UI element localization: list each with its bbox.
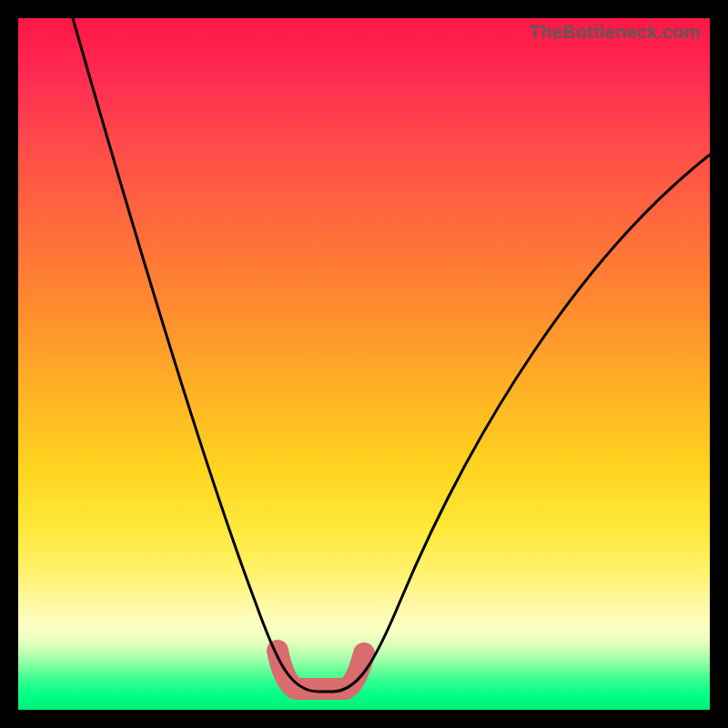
curve-svg (18, 18, 710, 710)
bottleneck-curve-path (73, 18, 710, 692)
curve-highlight (278, 651, 364, 689)
plot-area: TheBottleneck.com (18, 18, 710, 710)
watermark-text: TheBottleneck.com (530, 22, 701, 43)
chart-frame: TheBottleneck.com (0, 0, 728, 728)
